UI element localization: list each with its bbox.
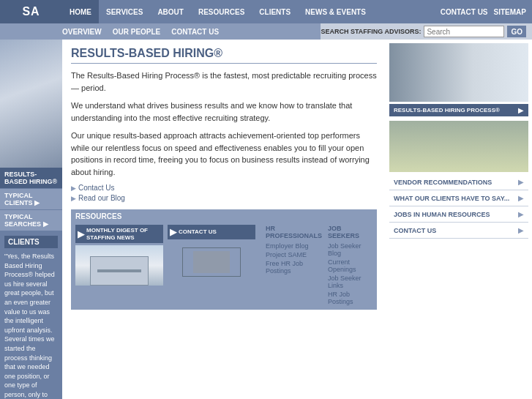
results-based-bar[interactable]: RESULTS-BASED HIRING PROCESS® ▶ — [389, 104, 528, 116]
right-hero-image — [389, 43, 528, 102]
right-hero-placeholder — [389, 43, 528, 102]
free-hr-link[interactable]: Free HR Job Postings — [266, 260, 322, 275]
vendor-arrow-icon: ▶ — [518, 178, 524, 186]
resources-cards: ▶ MONTHLY DIGEST OF STAFFING NEWS ▶ CONT… — [75, 225, 372, 307]
project-same-link[interactable]: Project SAME — [266, 251, 322, 258]
resource-card-monthly[interactable]: ▶ MONTHLY DIGEST OF STAFFING NEWS — [75, 225, 163, 307]
logo-box: SA — [0, 0, 62, 23]
search-input[interactable] — [424, 26, 504, 37]
nav-resources[interactable]: RESOURCES — [191, 0, 252, 23]
sidebar-clients-label: TYPICAL CLIENTS ▶ — [4, 192, 58, 206]
left-sidebar: RESULTS-BASED HIRING® TYPICAL CLIENTS ▶ … — [0, 40, 62, 399]
sidebar-typical-searches[interactable]: TYPICAL SEARCHES ▶ — [0, 210, 62, 231]
contact-us-right-label: CONTACT US — [394, 227, 436, 234]
clients-box: CLIENTS "Yes, the Results Based Hiring P… — [0, 231, 62, 399]
nav-news[interactable]: NEWS & EVENTS — [298, 0, 373, 23]
content-para-1: The Results-Based Hiring Process® is the… — [71, 70, 377, 94]
resource-card-monthly-inner[interactable]: ▶ MONTHLY DIGEST OF STAFFING NEWS — [75, 225, 163, 243]
monthly-img-placeholder — [90, 256, 149, 286]
subnav: OVERVIEW OUR PEOPLE CONTACT US — [0, 23, 321, 40]
main-nav: HOME SERVICES ABOUT RESOURCES CLIENTS NE… — [62, 0, 441, 23]
contact-arrow-icon: ▶ — [170, 227, 176, 237]
jobs-arrow-icon: ▶ — [518, 210, 524, 218]
monthly-label: MONTHLY DIGEST OF STAFFING NEWS — [86, 227, 161, 241]
page-title: RESULTS-BASED HIRING® — [71, 47, 377, 64]
content-para-2: We understand what drives business resul… — [71, 100, 377, 124]
sidebar-results-based[interactable]: RESULTS-BASED HIRING® — [0, 168, 62, 189]
search-button[interactable]: GO — [507, 26, 526, 37]
clients-quote: "Yes, the Results Based Hiring Process® … — [4, 252, 58, 399]
resources-title: RESOURCES — [75, 212, 372, 220]
monthly-line — [97, 269, 141, 272]
nav-clients[interactable]: CLIENTS — [252, 0, 298, 23]
right-sidebar: RESULTS-BASED HIRING PROCESS® ▶ VENDOR R… — [386, 40, 532, 399]
hr-col-title: HR PROFESSIONALS — [266, 225, 322, 239]
hero-image — [0, 40, 62, 168]
contact-img-block — [193, 251, 230, 273]
hr-professionals-col: HR PROFESSIONALS Employer Blog Project S… — [266, 225, 322, 307]
subnav-our-people[interactable]: OUR PEOPLE — [113, 28, 161, 36]
sidebar-typical-clients[interactable]: TYPICAL CLIENTS ▶ — [0, 189, 62, 210]
contact-us-link-label: Contact Us — [78, 184, 114, 192]
hr-job-postings-link[interactable]: HR Job Postings — [328, 291, 372, 305]
clients-title: CLIENTS — [4, 236, 58, 248]
search-label: SEARCH STAFFING ADVISORS: — [321, 28, 421, 35]
main-content: RESULTS-BASED HIRING® The Results-Based … — [62, 40, 386, 399]
footer-resource-cols: HR PROFESSIONALS Employer Blog Project S… — [260, 225, 372, 307]
read-blog-link[interactable]: ▶ Read our Blog — [71, 194, 377, 202]
contact-img-placeholder — [182, 247, 241, 277]
vendor-rec-label: VENDOR RECOMMENDATIONS — [394, 179, 492, 186]
results-arrow-icon: ▶ — [518, 106, 524, 114]
blog-arrow-icon: ▶ — [71, 195, 76, 202]
content-wrapper: RESULTS-BASED HIRING® TYPICAL CLIENTS ▶ … — [0, 40, 532, 399]
subnav-contact-us[interactable]: CONTACT US — [171, 28, 219, 36]
employer-blog-link[interactable]: Employer Blog — [266, 242, 322, 250]
link-arrow-icon: ▶ — [71, 184, 76, 192]
resource-card-contact[interactable]: ▶ CONTACT US — [168, 225, 255, 307]
sidebar-nav: RESULTS-BASED HIRING® TYPICAL CLIENTS ▶ … — [0, 168, 62, 231]
read-blog-label: Read our Blog — [78, 194, 125, 202]
current-openings-link[interactable]: Current Openings — [328, 258, 372, 273]
contact-right-arrow-icon: ▶ — [518, 226, 524, 234]
sidebar-searches-label: TYPICAL SEARCHES ▶ — [4, 213, 58, 228]
contact-label: CONTACT US — [179, 228, 217, 236]
clients-say-link[interactable]: WHAT OUR CLIENTS HAVE TO SAY... ▶ — [389, 190, 528, 206]
clients-arrow-icon: ▶ — [518, 194, 524, 202]
monthly-arrow-icon: ▶ — [78, 229, 84, 239]
subnav-overview[interactable]: OVERVIEW — [62, 28, 102, 36]
contact-us-right-link[interactable]: CONTACT US ▶ — [389, 223, 528, 239]
sitemap-link[interactable]: SITEMAP — [494, 8, 526, 16]
subnav-search-bar: OVERVIEW OUR PEOPLE CONTACT US SEARCH ST… — [0, 23, 532, 40]
vendor-recommendations-link[interactable]: VENDOR RECOMMENDATIONS ▶ — [389, 174, 528, 190]
monthly-img — [75, 245, 163, 286]
job-seeker-blog-link[interactable]: Job Seeker Blog — [328, 242, 372, 257]
jobs-hr-link[interactable]: JOBS IN HUMAN RESOURCES ▶ — [389, 206, 528, 223]
header: SA HOME SERVICES ABOUT RESOURCES CLIENTS… — [0, 0, 532, 23]
right-hero2-image — [389, 121, 528, 172]
nav-services[interactable]: SERVICES — [99, 0, 150, 23]
header-right: CONTACT US SITEMAP — [441, 8, 532, 16]
resources-section: RESOURCES ▶ MONTHLY DIGEST OF STAFFING N… — [71, 209, 377, 310]
hero-placeholder — [0, 40, 62, 168]
contact-img — [168, 242, 255, 282]
nav-home[interactable]: HOME — [62, 0, 99, 23]
job-seeker-links[interactable]: Job Seeker Links — [328, 275, 372, 289]
contact-us-content-link[interactable]: ▶ Contact Us — [71, 184, 377, 192]
resource-card-contact-inner[interactable]: ▶ CONTACT US — [168, 225, 255, 239]
jobs-hr-label: JOBS IN HUMAN RESOURCES — [394, 211, 490, 218]
results-based-text: RESULTS-BASED HIRING PROCESS® — [394, 107, 500, 113]
job-seekers-col: JOB SEEKERS Job Seeker Blog Current Open… — [328, 225, 372, 307]
sidebar-results-label: RESULTS-BASED HIRING® — [4, 171, 58, 185]
content-para-3: Our unique results-based approach attrac… — [71, 130, 377, 178]
clients-say-label: WHAT OUR CLIENTS HAVE TO SAY... — [394, 195, 509, 202]
nav-about[interactable]: ABOUT — [150, 0, 191, 23]
logo: SA — [22, 5, 40, 18]
job-col-title: JOB SEEKERS — [328, 225, 372, 239]
contact-us-link[interactable]: CONTACT US — [441, 8, 488, 16]
search-bar: SEARCH STAFFING ADVISORS: GO — [321, 23, 532, 40]
